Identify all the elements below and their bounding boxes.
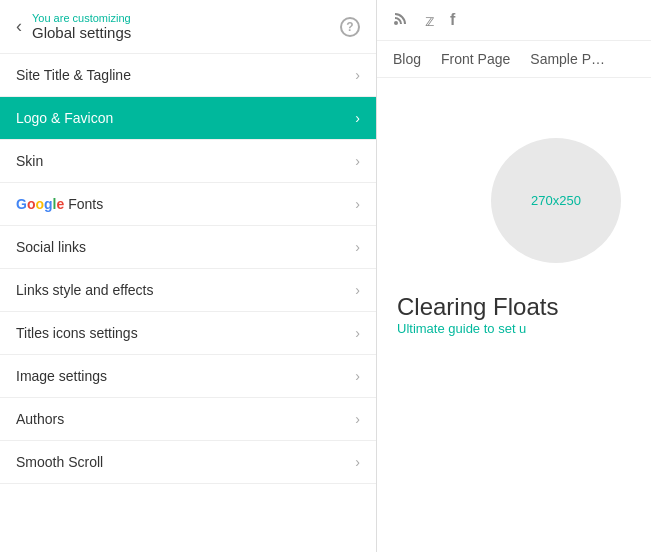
google-e: e xyxy=(56,196,64,212)
menu-item-google-fonts[interactable]: G o o g l e Fonts › xyxy=(0,183,376,226)
placeholder-image: 270x250 xyxy=(491,138,621,263)
header: ‹ You are customizing Global settings ? xyxy=(0,0,376,54)
help-button[interactable]: ? xyxy=(340,17,360,37)
menu-list: Site Title & Tagline › Logo & Favicon › … xyxy=(0,54,376,552)
menu-item-smooth-scroll[interactable]: Smooth Scroll › xyxy=(0,441,376,484)
customizing-label: You are customizing xyxy=(32,12,131,24)
menu-item-label: G o o g l e Fonts xyxy=(16,196,103,212)
chevron-icon: › xyxy=(355,325,360,341)
header-text: You are customizing Global settings xyxy=(32,12,131,41)
nav-blog[interactable]: Blog xyxy=(393,51,421,67)
menu-item-logo-favicon[interactable]: Logo & Favicon › xyxy=(0,97,376,140)
chevron-icon: › xyxy=(355,239,360,255)
rss-icon[interactable] xyxy=(393,10,409,30)
google-o1: o xyxy=(27,196,36,212)
right-panel: 𝕫 f Blog Front Page Sample P… 270x250 Cl… xyxy=(377,0,651,552)
menu-item-label: Image settings xyxy=(16,368,107,384)
menu-item-label: Skin xyxy=(16,153,43,169)
menu-item-label: Titles icons settings xyxy=(16,325,138,341)
placeholder-text: 270x250 xyxy=(531,193,581,208)
google-g2: g xyxy=(44,196,53,212)
menu-item-label: Smooth Scroll xyxy=(16,454,103,470)
menu-item-label: Site Title & Tagline xyxy=(16,67,131,83)
left-panel: ‹ You are customizing Global settings ? … xyxy=(0,0,377,552)
chevron-icon: › xyxy=(355,67,360,83)
chevron-icon: › xyxy=(355,368,360,384)
header-left: ‹ You are customizing Global settings xyxy=(16,12,131,41)
menu-item-label: Logo & Favicon xyxy=(16,110,113,126)
menu-item-image-settings[interactable]: Image settings › xyxy=(0,355,376,398)
menu-item-label: Links style and effects xyxy=(16,282,153,298)
google-rest: Fonts xyxy=(64,196,103,212)
menu-item-site-title[interactable]: Site Title & Tagline › xyxy=(0,54,376,97)
menu-item-social-links[interactable]: Social links › xyxy=(0,226,376,269)
chevron-icon: › xyxy=(355,153,360,169)
right-nav: Blog Front Page Sample P… xyxy=(377,41,651,78)
menu-item-links-style[interactable]: Links style and effects › xyxy=(0,269,376,312)
svg-point-0 xyxy=(394,21,398,25)
right-content: 270x250 Clearing Floats Ultimate guide t… xyxy=(377,78,651,552)
right-top-bar: 𝕫 f xyxy=(377,0,651,41)
menu-item-label: Social links xyxy=(16,239,86,255)
menu-item-authors[interactable]: Authors › xyxy=(0,398,376,441)
google-g: G xyxy=(16,196,27,212)
chevron-icon: › xyxy=(355,110,360,126)
nav-front-page[interactable]: Front Page xyxy=(441,51,510,67)
menu-item-titles-icons[interactable]: Titles icons settings › xyxy=(0,312,376,355)
global-settings-label: Global settings xyxy=(32,24,131,41)
menu-item-skin[interactable]: Skin › xyxy=(0,140,376,183)
twitter-icon[interactable]: 𝕫 xyxy=(425,11,434,30)
chevron-icon: › xyxy=(355,196,360,212)
chevron-icon: › xyxy=(355,454,360,470)
google-o2: o xyxy=(35,196,44,212)
article-title: Clearing Floats xyxy=(397,293,558,321)
facebook-icon[interactable]: f xyxy=(450,11,455,29)
back-button[interactable]: ‹ xyxy=(16,16,22,37)
chevron-icon: › xyxy=(355,282,360,298)
article-subtitle: Ultimate guide to set u xyxy=(397,321,526,336)
chevron-icon: › xyxy=(355,411,360,427)
nav-sample-page[interactable]: Sample P… xyxy=(530,51,605,67)
menu-item-label: Authors xyxy=(16,411,64,427)
